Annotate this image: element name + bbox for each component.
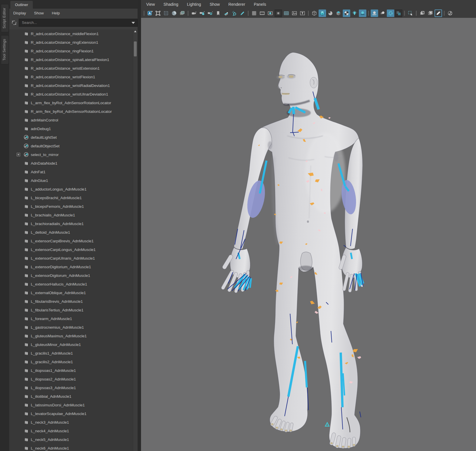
light-bulb-icon[interactable] [351, 9, 358, 17]
outliner-item[interactable]: L_deltoid_AdnMuscle1 [9, 228, 138, 237]
default-material-icon[interactable] [327, 9, 334, 17]
outliner-item[interactable]: L_brachialis_AdnMuscle1 [9, 211, 138, 219]
vp-menu-show[interactable]: Show [210, 2, 220, 7]
outliner-item[interactable]: L_bicepsFemoris_AdnMuscle1 [9, 202, 138, 211]
outliner-item[interactable]: L_levatorScapulae_AdnMuscle1 [9, 409, 138, 418]
outliner-item[interactable]: adnMainControl [9, 116, 138, 124]
menu-show[interactable]: Show [34, 11, 44, 15]
outliner-item[interactable]: L_bicepsBrachii_AdnMuscle1 [9, 193, 138, 202]
grid-icon[interactable] [250, 9, 258, 17]
outliner-item[interactable]: L_iliopsoas3_AdnMuscle1 [9, 383, 138, 392]
outliner-item[interactable]: R_adnLocatorDistance_ringFlexion1 [9, 47, 138, 55]
shaded-cube-icon[interactable] [319, 9, 326, 17]
image-stack-icon[interactable] [178, 9, 186, 17]
ambient-occlusion-icon[interactable] [371, 9, 378, 17]
resolution-gate-icon[interactable] [266, 9, 274, 17]
tab-outliner[interactable]: Outliner [10, 1, 33, 9]
camera-icon[interactable] [190, 9, 198, 17]
menu-help[interactable]: Help [52, 11, 60, 15]
color-wheel-icon[interactable] [170, 9, 178, 17]
outliner-item[interactable]: L_gluteusMaximus_AdnMuscle1 [9, 332, 138, 340]
outliner-item[interactable]: AdnDataNode1 [9, 159, 138, 168]
outliner-item[interactable]: L_extensorCarpiUlnaris_AdnMuscle1 [9, 254, 138, 262]
outliner-item[interactable]: L_gracilis1_AdnMuscle1 [9, 349, 138, 357]
film-gate-icon[interactable] [258, 9, 266, 17]
outliner-item[interactable]: L_externalOblique_AdnMuscle1 [9, 288, 138, 297]
field-chart-icon[interactable] [283, 9, 290, 17]
outliner-item[interactable]: defaultLightSet [9, 133, 138, 142]
outliner-item[interactable]: R_adnLocatorDistance_wristExtension1 [9, 64, 138, 73]
outliner-item[interactable]: adnDebug1 [9, 124, 138, 133]
outliner-item[interactable]: L_neck5_AdnMuscle1 [9, 435, 138, 444]
outliner-item[interactable]: L_neck6_AdnMuscle1 [9, 444, 138, 451]
checker-sphere-icon[interactable] [343, 9, 350, 17]
outliner-item[interactable]: R_adnLocatorDistance_wristUlnarDeviation… [9, 90, 138, 98]
outliner-item[interactable]: R_adnLocatorDistance_spinalLateralFlexio… [9, 55, 138, 64]
vp-menu-shading[interactable]: Shading [163, 2, 178, 7]
outliner-item[interactable]: R_adnLocatorDistance_ringExtension1 [9, 38, 138, 47]
outliner-item[interactable]: L_forearm_AdnMuscle1 [9, 314, 138, 323]
xray-joints-icon[interactable] [427, 9, 434, 17]
textured-cube-icon[interactable] [335, 9, 342, 17]
expand-plus-icon[interactable] [17, 153, 20, 156]
scroll-up-arrow-icon[interactable] [134, 31, 136, 32]
search-filter-dropdown-icon[interactable] [132, 22, 135, 24]
menu-display[interactable]: Display [13, 11, 26, 15]
grease-pencil-icon[interactable] [239, 9, 246, 17]
dashed-box-icon[interactable] [162, 9, 170, 17]
outliner-item[interactable]: L_adductorLongus_AdnMuscle1 [9, 185, 138, 193]
outliner-item[interactable]: L_fibularisBrevis_AdnMuscle1 [9, 297, 138, 306]
outliner-item[interactable]: L_neck3_AdnMuscle1 [9, 418, 138, 427]
frame-corners-icon[interactable] [154, 9, 162, 17]
outliner-item[interactable]: L_neck4_AdnMuscle1 [9, 427, 138, 435]
outliner-item[interactable]: L_gluteusMinor_AdnMuscle1 [9, 340, 138, 349]
dock-tab-script-editor[interactable]: Script Editor [1, 4, 9, 32]
outliner-item[interactable]: R_adnLocatorDistance_wristFlexion1 [9, 73, 138, 81]
outliner-item[interactable]: L_gracilis2_AdnMuscle1 [9, 357, 138, 366]
outliner-item[interactable]: L_extensorCarpiBrevis_AdnMuscle1 [9, 237, 138, 245]
outliner-item[interactable]: R_arm_flex_byRot_AdnSensorRotationLocato… [9, 107, 138, 116]
outliner-item[interactable]: L_extensorHallucis_AdnMuscle1 [9, 280, 138, 288]
camera-lock-icon[interactable] [198, 9, 206, 17]
safe-title-icon[interactable] [299, 9, 306, 17]
outliner-item[interactable]: L_gastrocnemius_AdnMuscle1 [9, 323, 138, 332]
bookmark-icon[interactable] [214, 9, 222, 17]
exposure-icon[interactable] [446, 9, 454, 17]
xray-icon[interactable] [418, 9, 426, 17]
outliner-item[interactable]: L_iliotibial_AdnMuscle1 [9, 392, 138, 401]
motion-blur-icon[interactable] [379, 9, 386, 17]
flipbook-icon[interactable] [222, 9, 230, 17]
search-input[interactable] [19, 19, 138, 27]
outliner-item[interactable]: defaultObjectSet [9, 142, 138, 150]
outliner-item[interactable]: L_brachioradialis_AdnMuscle1 [9, 219, 138, 228]
outliner-item[interactable]: L_iliopsoas1_AdnMuscle1 [9, 366, 138, 375]
outliner-item[interactable]: R_adnLocatorDistance_wristRadialDeviatio… [9, 81, 138, 90]
outliner-item[interactable]: select_to_mirror [9, 150, 138, 159]
outliner-item[interactable]: L_extensorDigitorum_AdnMuscle1 [9, 271, 138, 280]
outliner-item[interactable]: L_arm_flex_byRot_AdnSensorRotationLocato… [9, 98, 138, 107]
camera-gear-icon[interactable] [206, 9, 214, 17]
outliner-filter-icon[interactable] [10, 19, 18, 26]
image-plane-icon[interactable] [291, 9, 298, 17]
vp-menu-view[interactable]: View [146, 2, 155, 7]
shadows-icon[interactable] [359, 9, 366, 17]
outliner-item[interactable]: L_extensorDigitorium_AdnMuscle1 [9, 262, 138, 271]
vp-menu-panels[interactable]: Panels [254, 2, 266, 7]
outliner-item[interactable]: R_adnLocatorDistance_middleFlexion1 [9, 29, 138, 38]
gate-mask-icon[interactable] [275, 9, 282, 17]
outliner-item[interactable]: AdnGlue1 [9, 176, 138, 185]
outliner-item[interactable]: L_extensorCarpiLongus_AdnMuscle1 [9, 245, 138, 254]
outliner-item[interactable]: L_iliopsoas2_AdnMuscle1 [9, 375, 138, 383]
pan-zoom-icon[interactable] [231, 9, 238, 17]
outliner-item[interactable]: AdnFat1 [9, 168, 138, 176]
depth-of-field-icon[interactable] [395, 9, 402, 17]
wireframe-cube-icon[interactable] [311, 9, 318, 17]
outliner-item[interactable]: L_fibularisTertius_AdnMuscle1 [9, 306, 138, 314]
viewport-canvas[interactable] [141, 18, 476, 451]
anti-alias-icon[interactable] [387, 9, 394, 17]
letter-a-icon[interactable]: A [146, 9, 154, 17]
scrollbar-thumb[interactable] [134, 41, 137, 56]
vp-menu-renderer[interactable]: Renderer [229, 2, 245, 7]
isolate-select-icon[interactable] [407, 9, 414, 17]
outliner-item[interactable]: L_latissimusDorsi_AdnMuscle1 [9, 401, 138, 409]
